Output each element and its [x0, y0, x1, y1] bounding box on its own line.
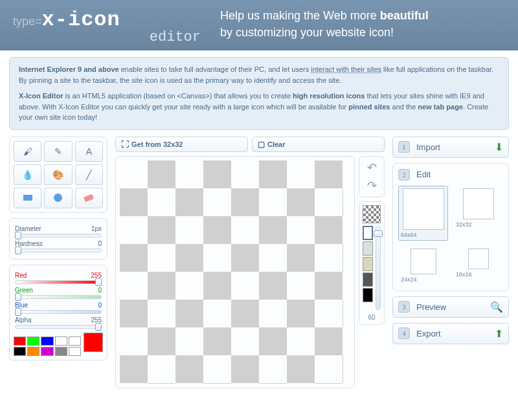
- expand-icon: ⛶: [121, 140, 129, 149]
- current-color[interactable]: [84, 333, 103, 352]
- clear-button[interactable]: ▢ Clear: [252, 137, 385, 152]
- text-tool[interactable]: A: [75, 141, 103, 162]
- swatch[interactable]: [41, 337, 53, 346]
- preview-button[interactable]: 3 Preview 🔍: [392, 296, 509, 318]
- swatch[interactable]: [14, 337, 26, 346]
- swatch[interactable]: [41, 347, 53, 356]
- eyedropper-tool[interactable]: 💧: [14, 164, 41, 185]
- zoom-slider[interactable]: [376, 226, 381, 310]
- rectangle-tool[interactable]: [14, 188, 41, 208]
- brush-settings: Diameter1px Hardness0: [9, 218, 107, 260]
- redo-icon: ↷: [367, 179, 377, 193]
- swatch[interactable]: [27, 347, 39, 356]
- interact-link[interactable]: interact with their sites: [311, 65, 381, 73]
- palette-swatch[interactable]: [363, 226, 373, 240]
- alpha-slider[interactable]: [15, 325, 102, 329]
- hardness-slider[interactable]: [15, 249, 102, 252]
- logo-type-prefix: type=: [13, 15, 42, 28]
- magnifier-icon: 🔍: [490, 301, 503, 313]
- size-24-option[interactable]: 24x24: [398, 246, 448, 285]
- app-header: type=x-icon editor Help us making the We…: [0, 0, 518, 50]
- pencil-icon: ✎: [54, 146, 62, 157]
- line-icon: ╱: [86, 170, 91, 180]
- export-icon: ⬆: [495, 327, 503, 340]
- logo-brand: x-icon: [42, 8, 120, 32]
- info-box: Internet Explorer 9 and above enable sit…: [9, 57, 509, 130]
- diameter-slider[interactable]: [15, 234, 102, 238]
- eraser-tool[interactable]: [75, 188, 103, 208]
- undo-icon: ↶: [367, 160, 377, 175]
- get-from-button[interactable]: ⛶ Get from 32x32: [115, 137, 248, 152]
- palette-swatch[interactable]: [363, 257, 373, 271]
- color-settings: Red255 Green0 Blue0 Alpha255: [9, 265, 107, 360]
- zoom-panel: 60: [359, 201, 385, 325]
- export-button[interactable]: 4 Export ⬆: [392, 323, 509, 344]
- ellipse-tool[interactable]: [44, 188, 72, 208]
- history-panel: ↶ ↷: [359, 156, 385, 197]
- brush-icon: 🖌: [23, 146, 32, 157]
- text-icon: A: [86, 146, 92, 157]
- canvas-panel: [115, 156, 355, 388]
- ellipse-icon: [54, 193, 62, 202]
- clear-icon: ▢: [258, 140, 265, 149]
- edit-panel: 2 Edit 64x64 32x32 24x24 16x16: [392, 163, 509, 291]
- green-slider[interactable]: [15, 295, 102, 299]
- eraser-icon: [84, 193, 94, 201]
- tagline: Help us making the Web more beautiful by…: [220, 8, 505, 41]
- swatch[interactable]: [55, 337, 67, 346]
- zoom-value: 60: [368, 314, 375, 321]
- line-tool[interactable]: ╱: [75, 164, 103, 185]
- redo-button[interactable]: ↷: [364, 178, 379, 193]
- swatch[interactable]: [69, 347, 81, 356]
- import-icon: ⬇: [495, 141, 503, 153]
- logo: type=x-icon editor: [13, 8, 201, 45]
- pencil-tool[interactable]: ✎: [44, 141, 72, 162]
- blue-slider[interactable]: [15, 310, 102, 314]
- size-16-option[interactable]: 16x16: [453, 246, 503, 285]
- bucket-tool[interactable]: 🎨: [44, 164, 72, 185]
- palette-swatch[interactable]: [363, 241, 373, 256]
- red-slider[interactable]: [15, 280, 102, 284]
- eyedropper-icon: 💧: [22, 170, 33, 180]
- tool-palette: 🖌 ✎ A 💧 🎨 ╱: [9, 137, 107, 213]
- brush-tool[interactable]: 🖌: [14, 141, 41, 162]
- palette-swatch[interactable]: [363, 272, 373, 287]
- drawing-canvas[interactable]: [120, 160, 343, 384]
- swatch[interactable]: [55, 347, 67, 356]
- swatch-grid: [14, 337, 81, 356]
- size-64-option[interactable]: 64x64: [398, 186, 448, 241]
- swatch[interactable]: [14, 347, 26, 356]
- transparency-preview: [363, 205, 381, 223]
- rectangle-icon: [23, 195, 32, 201]
- import-button[interactable]: 1 Import ⬇: [392, 137, 509, 158]
- swatch[interactable]: [27, 337, 39, 346]
- undo-button[interactable]: ↶: [364, 160, 379, 175]
- bucket-icon: 🎨: [52, 170, 63, 180]
- swatch[interactable]: [69, 337, 81, 346]
- size-32-option[interactable]: 32x32: [453, 186, 503, 241]
- palette-swatch[interactable]: [363, 288, 373, 302]
